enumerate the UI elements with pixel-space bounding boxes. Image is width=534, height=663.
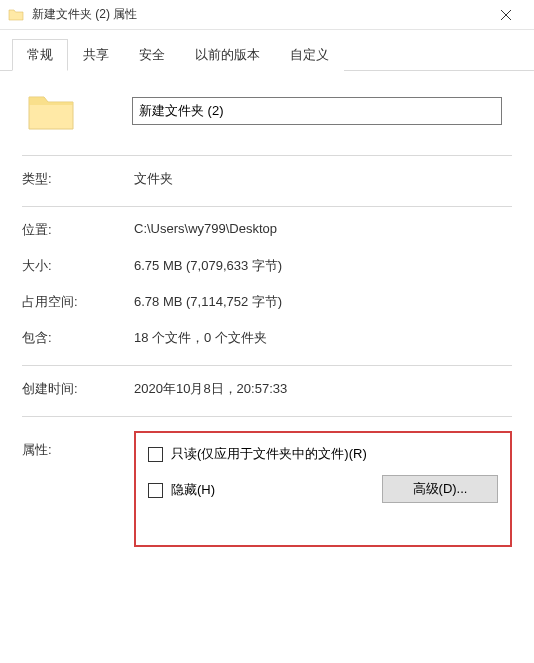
- tab-bar: 常规 共享 安全 以前的版本 自定义: [0, 30, 534, 71]
- row-size-on-disk: 占用空间: 6.78 MB (7,114,752 字节): [22, 293, 512, 311]
- folder-name-input[interactable]: [132, 97, 502, 125]
- attributes-highlight-box: 只读(仅应用于文件夹中的文件)(R) 隐藏(H) 高级(D)...: [134, 431, 512, 547]
- value-contains: 18 个文件，0 个文件夹: [134, 329, 512, 347]
- label-size: 大小:: [22, 257, 134, 275]
- readonly-label: 只读(仅应用于文件夹中的文件)(R): [171, 445, 367, 463]
- label-type: 类型:: [22, 170, 134, 188]
- titlebar: 新建文件夹 (2) 属性: [0, 0, 534, 30]
- label-size-on-disk: 占用空间:: [22, 293, 134, 311]
- close-icon: [501, 10, 511, 20]
- label-location: 位置:: [22, 221, 134, 239]
- row-size: 大小: 6.75 MB (7,079,633 字节): [22, 257, 512, 275]
- separator: [22, 155, 512, 156]
- hidden-checkbox[interactable]: [148, 483, 163, 498]
- readonly-row: 只读(仅应用于文件夹中的文件)(R): [148, 445, 498, 463]
- value-size-on-disk: 6.78 MB (7,114,752 字节): [134, 293, 512, 311]
- value-location: C:\Users\wy799\Desktop: [134, 221, 512, 239]
- tab-previous-versions[interactable]: 以前的版本: [180, 39, 275, 71]
- value-type: 文件夹: [134, 170, 512, 188]
- content-panel: 类型: 文件夹 位置: C:\Users\wy799\Desktop 大小: 6…: [0, 71, 534, 557]
- header-row: [22, 89, 512, 133]
- window-title: 新建文件夹 (2) 属性: [32, 6, 486, 23]
- folder-large-icon: [26, 89, 76, 133]
- attributes-block: 属性: 只读(仅应用于文件夹中的文件)(R) 隐藏(H) 高级(D)...: [22, 431, 512, 547]
- readonly-checkbox[interactable]: [148, 447, 163, 462]
- value-created: 2020年10月8日，20:57:33: [134, 380, 512, 398]
- row-location: 位置: C:\Users\wy799\Desktop: [22, 221, 512, 239]
- row-type: 类型: 文件夹: [22, 170, 512, 188]
- row-created: 创建时间: 2020年10月8日，20:57:33: [22, 380, 512, 398]
- label-created: 创建时间:: [22, 380, 134, 398]
- advanced-button[interactable]: 高级(D)...: [382, 475, 498, 503]
- close-button[interactable]: [486, 0, 526, 30]
- folder-icon: [8, 7, 24, 23]
- hidden-label: 隐藏(H): [171, 481, 215, 499]
- label-contains: 包含:: [22, 329, 134, 347]
- tab-general[interactable]: 常规: [12, 39, 68, 71]
- tab-customize[interactable]: 自定义: [275, 39, 344, 71]
- separator: [22, 416, 512, 417]
- separator: [22, 206, 512, 207]
- row-contains: 包含: 18 个文件，0 个文件夹: [22, 329, 512, 347]
- tab-share[interactable]: 共享: [68, 39, 124, 71]
- separator: [22, 365, 512, 366]
- value-size: 6.75 MB (7,079,633 字节): [134, 257, 512, 275]
- tab-security[interactable]: 安全: [124, 39, 180, 71]
- label-attributes: 属性:: [22, 431, 134, 547]
